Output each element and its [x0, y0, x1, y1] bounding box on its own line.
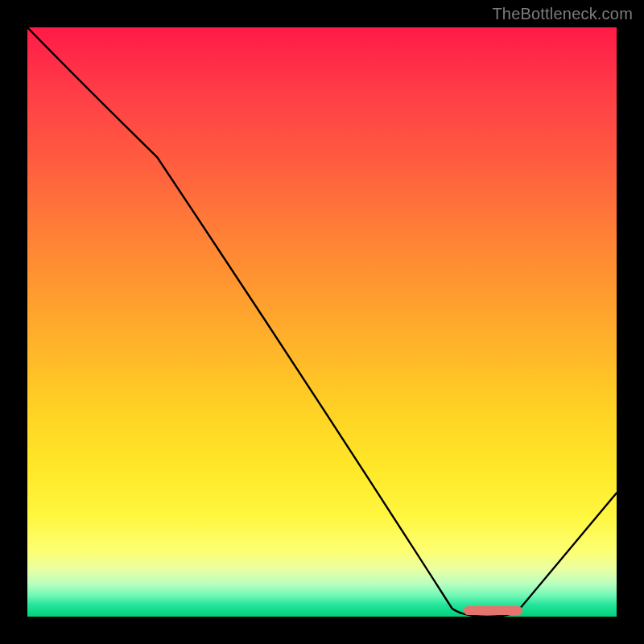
- plot-area: [27, 27, 617, 617]
- attribution-text: TheBottleneck.com: [492, 5, 633, 23]
- target-marker: [464, 606, 522, 615]
- chart-frame: TheBottleneck.com: [0, 0, 644, 644]
- bottleneck-curve: [27, 27, 617, 617]
